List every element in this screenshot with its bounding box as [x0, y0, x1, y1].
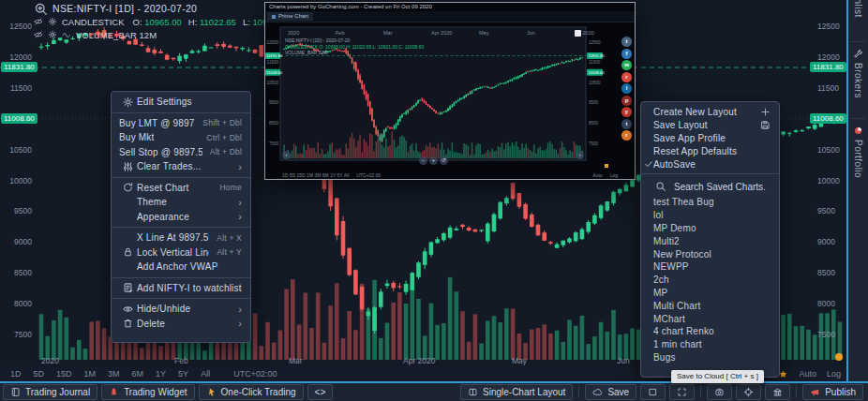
share-tumblr-button[interactable]: t: [621, 119, 632, 129]
columns-button[interactable]: [765, 384, 790, 400]
menu-item-hide-unhide[interactable]: Hide/Unhide›: [112, 302, 250, 317]
menu-item-clear-trades[interactable]: Clear Trades...›: [112, 159, 250, 174]
gear-icon[interactable]: [48, 17, 57, 26]
camera-button[interactable]: [707, 384, 732, 400]
menu-item-reset-app-defaults[interactable]: Reset App Defaults: [641, 144, 779, 157]
menu-item-x-line-at-9897-59[interactable]: X Line At 9897.59Alt + X: [112, 230, 250, 245]
menu-item-create-new-layout[interactable]: Create New Layout: [641, 105, 779, 118]
rocket-icon: [109, 387, 119, 397]
chart-snapshot-preview: Charts powered by GoCharting.com - Creat…: [264, 2, 636, 180]
interval-1d[interactable]: 1D: [10, 369, 22, 379]
menu-item-delete[interactable]: Delete›: [112, 317, 250, 332]
menu-item-add-anchor-vwap[interactable]: Add Anchor VWAP: [112, 260, 250, 275]
saved-chart-1-min-chart[interactable]: 1 min chart: [641, 338, 779, 351]
square-button[interactable]: [640, 384, 666, 400]
menu-item-appearance[interactable]: Appearance›: [112, 210, 250, 225]
saved-chart-multi-chart[interactable]: Multi Chart: [641, 299, 779, 312]
share-whatsapp-button[interactable]: w: [621, 60, 632, 70]
saved-chart-2ch[interactable]: 2ch: [641, 274, 779, 287]
price-tick: 10500: [817, 145, 840, 155]
share-linkedin-button[interactable]: l: [621, 83, 632, 94]
layout-icon: [468, 387, 478, 397]
interval-5y[interactable]: 5Y: [178, 369, 188, 379]
auto-scale-button[interactable]: Auto: [799, 369, 816, 379]
saved-chart-mp-demo[interactable]: MP Demo: [641, 222, 779, 235]
star-icon[interactable]: [778, 369, 788, 379]
megaphone-icon: [810, 387, 820, 397]
interval-6m[interactable]: 6M: [132, 369, 144, 379]
saved-chart-mchart[interactable]: MChart: [641, 312, 779, 325]
eye-off-icon[interactable]: [34, 30, 43, 39]
saved-chart-test-thea-bug[interactable]: test Thea Bug: [641, 196, 779, 209]
-button[interactable]: <>: [307, 384, 334, 400]
interval-1y[interactable]: 1Y: [156, 369, 166, 379]
svg-text:11500: 11500: [267, 60, 279, 65]
zoom-in-icon: +: [429, 156, 438, 165]
menu-item-save-app-profile[interactable]: Save App Profile: [641, 131, 779, 144]
interval-all[interactable]: All: [201, 369, 210, 379]
price-tick: 8500: [0, 268, 32, 277]
one-click-trading-button[interactable]: One-Click Trading: [199, 384, 304, 400]
price-tag: 11831.80: [810, 62, 846, 72]
saved-chart-4-chart-renko[interactable]: 4 chart Renko: [641, 325, 779, 338]
share-rss-button[interactable]: r: [621, 130, 632, 141]
eye-off-icon[interactable]: [34, 17, 43, 26]
saved-chart-mp[interactable]: MP: [641, 287, 779, 300]
menu-item-autosave[interactable]: AutoSave: [641, 157, 779, 171]
svg-text:Feb: Feb: [336, 30, 344, 36]
snapshot-tab: Prime Chart: [267, 12, 313, 21]
chevron-right-icon: ›: [238, 319, 242, 328]
magnifier-icon[interactable]: [34, 2, 48, 16]
saved-chart-lol[interactable]: lol: [641, 209, 779, 222]
menu-item-save-layout[interactable]: Save Layout: [641, 118, 779, 131]
publish-button[interactable]: Publish: [802, 384, 863, 400]
menu-item-reset-chart[interactable]: Reset ChartHome: [112, 181, 250, 196]
expand-button[interactable]: [669, 384, 695, 400]
svg-text:2020: 2020: [41, 356, 59, 365]
tab-watchlist[interactable]: Watchlist: [848, 0, 868, 18]
interval-3m[interactable]: 3M: [108, 369, 120, 379]
saved-chart-multi2[interactable]: Multi2: [641, 234, 779, 247]
interval-1m[interactable]: 1M: [84, 369, 97, 379]
saved-chart-new-protocol[interactable]: New Protocol: [641, 247, 779, 260]
price-tick: 8000: [817, 299, 835, 308]
snapshot-timeframe-strip: 1D 5D 15D 1M 3M 6M 1Y 5Y All UTC+02:00 A…: [265, 172, 635, 178]
volume-study-label: VOLUME_BAR 12M: [76, 30, 157, 40]
menu-item-buy-mkt[interactable]: Buy MktCtrl + Dbl: [112, 130, 250, 145]
menu-item-sell-stop-9897-59[interactable]: Sell Stop @ 9897.59Alt + Dbl: [112, 145, 250, 160]
menu-item-edit-settings[interactable]: Edit Settings: [112, 95, 250, 110]
trading-widget-button[interactable]: Trading Widget: [101, 384, 194, 400]
price-tick: 10000: [817, 176, 840, 186]
pan-left-icon: ‹: [282, 151, 291, 159]
wave-icon: [62, 30, 71, 39]
snapshot-legend: NSE:NIFTY-I [1D] - 2020-07-20 CANDLESTIC…: [285, 37, 424, 56]
share-reddit-button[interactable]: r: [621, 72, 632, 82]
interval-5d[interactable]: 5D: [34, 369, 45, 379]
timezone-label[interactable]: UTC+02:00: [233, 369, 277, 379]
target-button[interactable]: [736, 384, 761, 400]
tab-portfolio[interactable]: Portfolio: [848, 126, 868, 178]
save-button[interactable]: Save: [585, 384, 636, 400]
saved-chart-newpp[interactable]: NEWPP: [641, 260, 779, 274]
tab-brokers[interactable]: Brokers: [848, 49, 868, 98]
svg-text:Apr 2020: Apr 2020: [431, 30, 452, 36]
share-youtube-button[interactable]: y: [621, 107, 632, 117]
gear-icon[interactable]: [48, 30, 57, 39]
trading-journal-button[interactable]: Trading Journal: [3, 384, 97, 400]
right-panel-tabs: Watchlist Brokers Portfolio: [846, 0, 868, 381]
zoom-out-icon: −: [419, 156, 427, 165]
study-name: CANDLESTICK: [62, 17, 125, 27]
menu-item-lock-vertical-line[interactable]: Lock Vertical LineAlt + Y: [112, 245, 250, 260]
interval-15d[interactable]: 15D: [56, 369, 72, 379]
share-twitter-button[interactable]: t: [621, 37, 632, 47]
saved-chart-bugs[interactable]: Bugs: [641, 351, 779, 364]
share-pinterest-button[interactable]: p: [621, 96, 632, 106]
saved-charts-search[interactable]: Search Saved Charts.: [641, 177, 779, 196]
single-chart-layout-button[interactable]: Single-Chart Layout: [460, 384, 573, 400]
menu-item-theme[interactable]: Theme›: [112, 195, 250, 210]
svg-text:11008.60: 11008.60: [266, 70, 283, 75]
share-facebook-button[interactable]: f: [621, 49, 632, 59]
menu-item-buy-lmt-9897-59[interactable]: Buy LMT @ 9897.59Shift + Dbl: [112, 116, 250, 131]
log-scale-button[interactable]: Log: [827, 369, 841, 379]
menu-item-add-nifty-i-to-watchlist[interactable]: Add NIFTY-I to watchlist: [112, 281, 250, 296]
